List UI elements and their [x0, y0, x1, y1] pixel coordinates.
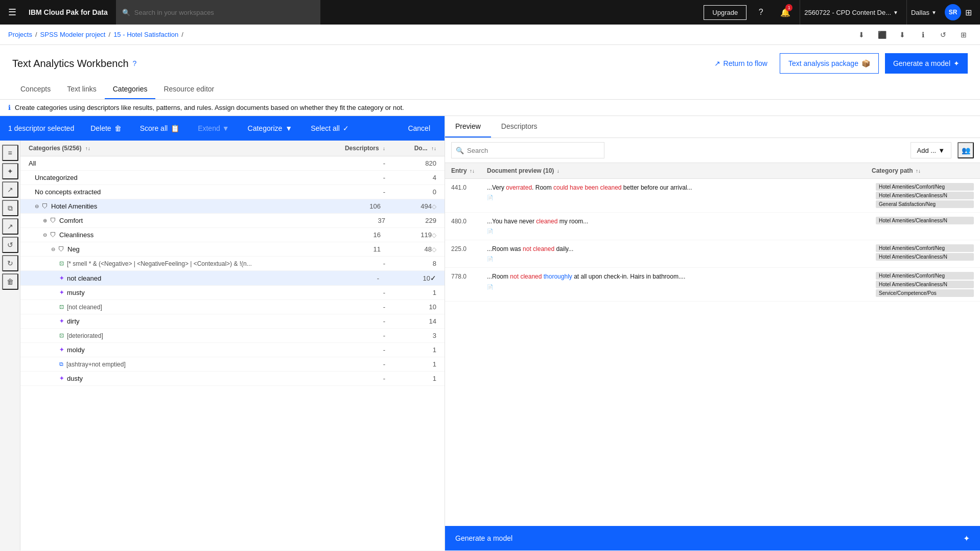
- left-sidebar-icons: ≡ ✦ ↗ ⧉ ↗ ↺ ↻ 🗑: [0, 141, 20, 550]
- collapse-icon[interactable]: ⊖: [35, 203, 39, 209]
- main-content: 1 descriptor selected Delete 🗑 Score all…: [0, 116, 980, 550]
- row-descriptors: -: [334, 346, 385, 354]
- collapse-icon[interactable]: ⊖: [51, 246, 55, 252]
- tab-concepts[interactable]: Concepts: [12, 80, 59, 99]
- table-row[interactable]: ✦ not cleaned - 10 ✓: [20, 271, 445, 286]
- categorize-button[interactable]: Categorize ▼: [242, 120, 299, 136]
- table-row[interactable]: ⊡ [* smell * & (<Negative> | <NegativeFe…: [20, 257, 445, 271]
- breadcrumb-current[interactable]: 15 - Hotel Satisfaction: [113, 31, 178, 38]
- select-all-button[interactable]: Select all ✓: [305, 120, 355, 136]
- list-item: 480.0 ...You have never cleaned my room.…: [445, 213, 980, 240]
- add-icon-button[interactable]: ↗: [2, 218, 18, 235]
- package-icon: 📦: [861, 59, 870, 67]
- document-preview[interactable]: ...Room not cleaned thoroughly at all up…: [487, 272, 872, 291]
- table-row[interactable]: ⊕ ⛉ Comfort 37 229: [20, 214, 445, 228]
- breadcrumb-action-6[interactable]: ⊞: [955, 27, 972, 43]
- upgrade-button[interactable]: Upgrade: [704, 5, 746, 20]
- text-analysis-package-button[interactable]: Text analysis package 📦: [780, 53, 879, 74]
- doc-link-icon[interactable]: 📄: [487, 228, 493, 234]
- breadcrumb-action-5[interactable]: ↺: [935, 27, 951, 43]
- document-preview[interactable]: ...Very overrated. Room could have been …: [487, 183, 872, 202]
- tab-descriptors[interactable]: Descriptors: [491, 116, 548, 137]
- categories-icon-button[interactable]: ≡: [2, 145, 18, 161]
- delete-button[interactable]: Delete 🗑: [84, 120, 127, 136]
- entry-sort-icon[interactable]: ↑↓: [470, 168, 475, 174]
- preview-search-input[interactable]: [467, 147, 600, 154]
- category-tree-icon: ⛉: [50, 217, 56, 224]
- collapse-icon[interactable]: ⊖: [43, 232, 47, 238]
- search-icon: 🔍: [456, 147, 464, 154]
- table-row[interactable]: ⊖ ⛉ Hotel Amenities 106 494 ◇: [20, 199, 445, 214]
- score-all-button[interactable]: Score all 📋: [134, 120, 185, 136]
- docs-sort-icon[interactable]: ↑↓: [431, 146, 436, 151]
- settings-icon-button[interactable]: ✦: [2, 163, 18, 179]
- table-row[interactable]: ✦ moldy - 1: [20, 343, 445, 357]
- table-row[interactable]: ⊖ ⛉ Neg 11 48 ◇: [20, 242, 445, 257]
- table-row[interactable]: ✦ musty - 1: [20, 286, 445, 300]
- notification-button[interactable]: 🔔 1: [775, 0, 796, 25]
- doc-sort-icon[interactable]: ↓: [557, 168, 559, 174]
- row-docs: 10: [385, 303, 436, 311]
- entry-value: 225.0: [451, 244, 487, 252]
- redo-icon-button[interactable]: ↻: [2, 255, 18, 271]
- name-sort-icon[interactable]: ↑↓: [85, 146, 90, 151]
- categories-toolbar: 1 descriptor selected Delete 🗑 Score all…: [0, 116, 445, 141]
- breadcrumb-action-4[interactable]: ℹ: [915, 27, 931, 43]
- table-row[interactable]: ⧉ [ashtray+not emptied] - 1: [20, 357, 445, 372]
- add-button[interactable]: Add ... ▼: [911, 142, 951, 158]
- breadcrumb-projects[interactable]: Projects: [8, 31, 32, 38]
- doc-link-icon[interactable]: 📄: [487, 256, 493, 262]
- copy-icon-button[interactable]: ⧉: [2, 200, 18, 216]
- tab-preview[interactable]: Preview: [445, 116, 491, 137]
- doc-link-icon[interactable]: 📄: [487, 195, 493, 200]
- help-icon-button[interactable]: ?: [751, 0, 771, 25]
- tab-resource-editor[interactable]: Resource editor: [155, 80, 222, 99]
- table-row[interactable]: ✦ dirty - 14: [20, 314, 445, 329]
- user-group-icon-button[interactable]: 👥: [958, 142, 974, 158]
- row-descriptors: -: [334, 317, 385, 325]
- entry-value: 480.0: [451, 217, 487, 225]
- top-navigation: ☰ IBM Cloud Pak for Data 🔍 Upgrade ? 🔔 1…: [0, 0, 980, 25]
- return-to-flow-button[interactable]: ↗ Return to flow: [708, 55, 774, 72]
- table-row[interactable]: ✦ dusty - 1: [20, 372, 445, 386]
- cancel-button[interactable]: Cancel: [402, 120, 436, 136]
- page-help-icon[interactable]: ?: [133, 59, 137, 67]
- undo-icon-button[interactable]: ↺: [2, 237, 18, 253]
- cat-sort-icon[interactable]: ↑↓: [916, 168, 921, 174]
- table-row[interactable]: No concepts extracted - 0: [20, 185, 445, 199]
- table-row[interactable]: All - 820: [20, 156, 445, 171]
- document-preview[interactable]: ...You have never cleaned my room... 📄: [487, 217, 872, 236]
- account-selector[interactable]: 2560722 - CPD Content De... ▼: [800, 0, 902, 25]
- search-bar[interactable]: 🔍: [116, 0, 320, 25]
- table-row[interactable]: ⊖ ⛉ Cleanliness 16 119 ◇: [20, 228, 445, 242]
- region-name: Dallas: [911, 9, 929, 16]
- search-input[interactable]: [134, 9, 314, 16]
- row-descriptors: -: [328, 274, 379, 282]
- delete-icon-button[interactable]: 🗑: [2, 273, 18, 290]
- generate-model-header-button[interactable]: Generate a model ✦: [885, 53, 968, 74]
- region-selector[interactable]: Dallas ▼: [906, 0, 941, 25]
- table-row[interactable]: ⊡ [deteriorated] - 3: [20, 329, 445, 343]
- menu-icon[interactable]: ☰: [8, 7, 16, 18]
- generate-model-footer[interactable]: Generate a model ✦: [445, 526, 980, 550]
- breadcrumb-sep2: /: [109, 31, 111, 38]
- table-row[interactable]: ⊡ [not cleaned] - 10: [20, 300, 445, 314]
- breadcrumb-spss[interactable]: SPSS Modeler project: [40, 31, 106, 38]
- breadcrumb-action-3[interactable]: ⬇: [894, 27, 911, 43]
- document-preview[interactable]: ...Room was not cleaned daily... 📄: [487, 244, 872, 263]
- entry-value: 441.0: [451, 183, 487, 191]
- row-descriptors: 106: [330, 202, 381, 210]
- avatar[interactable]: SR: [945, 4, 961, 20]
- breadcrumb-action-2[interactable]: ⬛: [874, 27, 890, 43]
- breadcrumb-actions: ⬇ ⬛ ⬇ ℹ ↺ ⊞: [853, 27, 972, 43]
- breadcrumb-action-1[interactable]: ⬇: [853, 27, 870, 43]
- grid-icon[interactable]: ⊞: [965, 8, 972, 17]
- doc-link-icon[interactable]: 📄: [487, 284, 493, 290]
- row-name: ✦ not cleaned: [59, 274, 328, 282]
- tabs: Concepts Text links Categories Resource …: [12, 80, 968, 99]
- tab-categories[interactable]: Categories: [105, 80, 156, 99]
- table-row[interactable]: Uncategorized - 4: [20, 171, 445, 185]
- extract-icon-button[interactable]: ↗: [2, 181, 18, 198]
- tab-text-links[interactable]: Text links: [59, 80, 105, 99]
- expand-icon[interactable]: ⊕: [43, 218, 47, 223]
